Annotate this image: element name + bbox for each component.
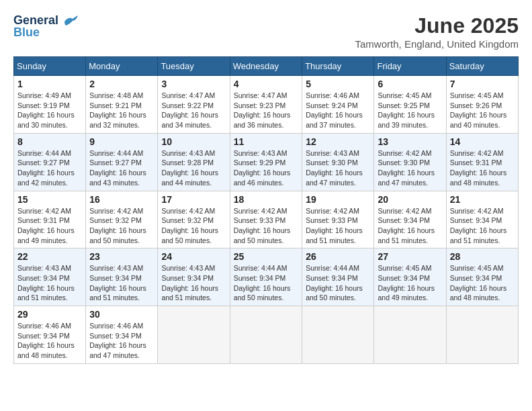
day-info: Sunrise: 4:44 AMSunset: 9:34 PMDaylight:…	[306, 263, 370, 303]
calendar-cell: 21Sunrise: 4:42 AMSunset: 9:34 PMDayligh…	[446, 191, 518, 248]
day-number: 22	[17, 251, 82, 262]
day-number: 20	[378, 194, 442, 205]
day-info: Sunrise: 4:48 AMSunset: 9:21 PMDaylight:…	[89, 91, 154, 130]
day-number: 25	[234, 251, 299, 262]
day-number: 5	[306, 79, 370, 89]
calendar-cell: 30Sunrise: 4:46 AMSunset: 9:34 PMDayligh…	[86, 306, 158, 364]
day-info: Sunrise: 4:42 AMSunset: 9:34 PMDaylight:…	[450, 206, 515, 246]
calendar-cell: 15Sunrise: 4:42 AMSunset: 9:31 PMDayligh…	[14, 191, 86, 248]
day-number: 23	[89, 251, 154, 262]
day-info: Sunrise: 4:44 AMSunset: 9:27 PMDaylight:…	[17, 148, 82, 188]
calendar-cell: 3Sunrise: 4:47 AMSunset: 9:22 PMDaylight…	[158, 76, 230, 134]
day-info: Sunrise: 4:42 AMSunset: 9:30 PMDaylight:…	[378, 148, 442, 188]
day-info: Sunrise: 4:43 AMSunset: 9:30 PMDaylight:…	[306, 148, 370, 188]
calendar-cell: 13Sunrise: 4:42 AMSunset: 9:30 PMDayligh…	[374, 133, 446, 191]
calendar-cell: 1Sunrise: 4:49 AMSunset: 9:19 PMDaylight…	[14, 76, 86, 134]
day-number: 16	[89, 194, 154, 205]
day-info: Sunrise: 4:47 AMSunset: 9:22 PMDaylight:…	[161, 91, 226, 130]
calendar: SundayMondayTuesdayWednesdayThursdayFrid…	[13, 56, 519, 364]
day-info: Sunrise: 4:49 AMSunset: 9:19 PMDaylight:…	[17, 91, 82, 130]
day-number: 9	[89, 136, 154, 147]
logo: General Blue	[13, 13, 78, 40]
calendar-cell: 12Sunrise: 4:43 AMSunset: 9:30 PMDayligh…	[302, 133, 374, 191]
calendar-header-row: SundayMondayTuesdayWednesdayThursdayFrid…	[14, 57, 519, 76]
calendar-cell: 6Sunrise: 4:45 AMSunset: 9:25 PMDaylight…	[374, 76, 446, 134]
calendar-cell	[302, 306, 374, 364]
calendar-cell: 4Sunrise: 4:47 AMSunset: 9:23 PMDaylight…	[230, 76, 302, 134]
day-info: Sunrise: 4:42 AMSunset: 9:34 PMDaylight:…	[378, 206, 442, 246]
day-info: Sunrise: 4:47 AMSunset: 9:23 PMDaylight:…	[234, 91, 299, 130]
day-number: 14	[450, 136, 515, 147]
day-number: 13	[378, 136, 442, 147]
calendar-cell	[446, 306, 518, 364]
day-number: 12	[306, 136, 370, 147]
calendar-week-row: 8Sunrise: 4:44 AMSunset: 9:27 PMDaylight…	[14, 133, 519, 191]
day-number: 19	[306, 194, 370, 205]
day-number: 29	[17, 309, 82, 320]
calendar-cell: 9Sunrise: 4:44 AMSunset: 9:27 PMDaylight…	[86, 133, 158, 191]
day-number: 1	[17, 79, 82, 89]
calendar-cell: 29Sunrise: 4:46 AMSunset: 9:34 PMDayligh…	[14, 306, 86, 364]
day-info: Sunrise: 4:43 AMSunset: 9:34 PMDaylight:…	[161, 263, 226, 303]
calendar-week-row: 22Sunrise: 4:43 AMSunset: 9:34 PMDayligh…	[14, 248, 519, 306]
day-number: 28	[450, 251, 515, 262]
day-number: 8	[17, 136, 82, 147]
day-info: Sunrise: 4:46 AMSunset: 9:34 PMDaylight:…	[89, 321, 154, 361]
calendar-header-wednesday: Wednesday	[230, 57, 302, 76]
calendar-cell: 23Sunrise: 4:43 AMSunset: 9:34 PMDayligh…	[86, 248, 158, 306]
calendar-cell: 24Sunrise: 4:43 AMSunset: 9:34 PMDayligh…	[158, 248, 230, 306]
day-info: Sunrise: 4:46 AMSunset: 9:24 PMDaylight:…	[306, 91, 370, 130]
day-info: Sunrise: 4:42 AMSunset: 9:33 PMDaylight:…	[234, 206, 299, 246]
day-info: Sunrise: 4:43 AMSunset: 9:34 PMDaylight:…	[17, 263, 82, 303]
calendar-cell: 28Sunrise: 4:45 AMSunset: 9:34 PMDayligh…	[446, 248, 518, 306]
calendar-cell: 18Sunrise: 4:42 AMSunset: 9:33 PMDayligh…	[230, 191, 302, 248]
day-info: Sunrise: 4:45 AMSunset: 9:25 PMDaylight:…	[378, 91, 442, 130]
day-info: Sunrise: 4:42 AMSunset: 9:32 PMDaylight:…	[161, 206, 226, 246]
calendar-cell: 25Sunrise: 4:44 AMSunset: 9:34 PMDayligh…	[230, 248, 302, 306]
day-number: 4	[234, 79, 299, 89]
calendar-cell	[230, 306, 302, 364]
day-number: 2	[89, 79, 154, 89]
day-info: Sunrise: 4:43 AMSunset: 9:29 PMDaylight:…	[234, 148, 299, 188]
day-info: Sunrise: 4:43 AMSunset: 9:34 PMDaylight:…	[89, 263, 154, 303]
day-info: Sunrise: 4:46 AMSunset: 9:34 PMDaylight:…	[17, 321, 82, 361]
day-number: 11	[234, 136, 299, 147]
month-year: June 2025	[355, 13, 519, 38]
day-info: Sunrise: 4:45 AMSunset: 9:34 PMDaylight:…	[378, 263, 442, 303]
day-number: 10	[161, 136, 226, 147]
calendar-cell	[158, 306, 230, 364]
day-info: Sunrise: 4:44 AMSunset: 9:34 PMDaylight:…	[234, 263, 299, 303]
calendar-week-row: 1Sunrise: 4:49 AMSunset: 9:19 PMDaylight…	[14, 76, 519, 134]
calendar-header-saturday: Saturday	[446, 57, 518, 76]
calendar-cell: 27Sunrise: 4:45 AMSunset: 9:34 PMDayligh…	[374, 248, 446, 306]
calendar-header-sunday: Sunday	[14, 57, 86, 76]
calendar-header-friday: Friday	[374, 57, 446, 76]
day-info: Sunrise: 4:42 AMSunset: 9:31 PMDaylight:…	[450, 148, 515, 188]
day-number: 6	[378, 79, 442, 89]
calendar-cell: 26Sunrise: 4:44 AMSunset: 9:34 PMDayligh…	[302, 248, 374, 306]
calendar-cell: 11Sunrise: 4:43 AMSunset: 9:29 PMDayligh…	[230, 133, 302, 191]
day-number: 3	[161, 79, 226, 89]
header: General Blue June 2025 Tamworth, England…	[13, 13, 519, 50]
logo-bird-icon	[63, 15, 78, 27]
day-info: Sunrise: 4:42 AMSunset: 9:31 PMDaylight:…	[17, 206, 82, 246]
day-number: 30	[89, 309, 154, 320]
day-number: 7	[450, 79, 515, 89]
calendar-cell: 7Sunrise: 4:45 AMSunset: 9:26 PMDaylight…	[446, 76, 518, 134]
day-number: 18	[234, 194, 299, 205]
title-area: June 2025 Tamworth, England, United King…	[355, 13, 519, 50]
day-info: Sunrise: 4:45 AMSunset: 9:34 PMDaylight:…	[450, 263, 515, 303]
day-number: 15	[17, 194, 82, 205]
day-number: 24	[161, 251, 226, 262]
calendar-header-thursday: Thursday	[302, 57, 374, 76]
day-info: Sunrise: 4:42 AMSunset: 9:33 PMDaylight:…	[306, 206, 370, 246]
calendar-header-monday: Monday	[86, 57, 158, 76]
calendar-cell: 2Sunrise: 4:48 AMSunset: 9:21 PMDaylight…	[86, 76, 158, 134]
day-info: Sunrise: 4:42 AMSunset: 9:32 PMDaylight:…	[89, 206, 154, 246]
calendar-cell: 19Sunrise: 4:42 AMSunset: 9:33 PMDayligh…	[302, 191, 374, 248]
day-info: Sunrise: 4:45 AMSunset: 9:26 PMDaylight:…	[450, 91, 515, 130]
calendar-cell: 10Sunrise: 4:43 AMSunset: 9:28 PMDayligh…	[158, 133, 230, 191]
calendar-cell: 22Sunrise: 4:43 AMSunset: 9:34 PMDayligh…	[14, 248, 86, 306]
day-number: 17	[161, 194, 226, 205]
calendar-header-tuesday: Tuesday	[158, 57, 230, 76]
